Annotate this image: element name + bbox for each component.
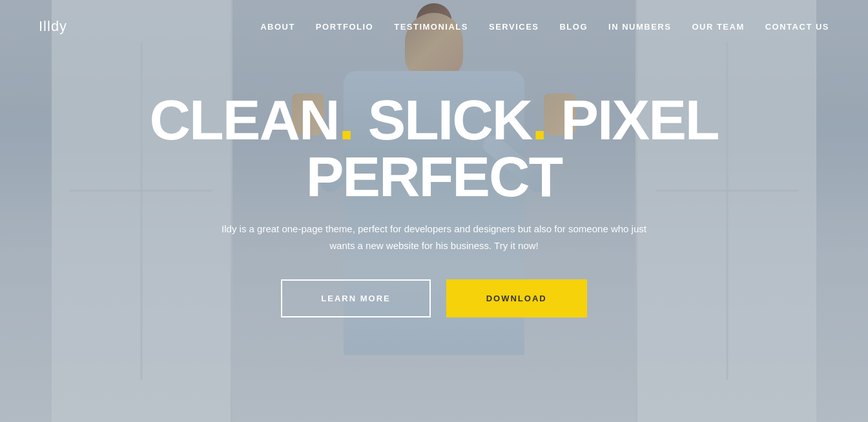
nav-link-services[interactable]: SERVICES <box>489 22 539 32</box>
site-logo[interactable]: Illdy <box>39 18 67 35</box>
nav-link-numbers[interactable]: IN NUMBERS <box>608 22 671 32</box>
learn-more-button[interactable]: LEARN MORE <box>281 279 430 317</box>
main-nav: Illdy ABOUT PORTFOLIO TESTIMONIALS SERVI… <box>0 0 868 53</box>
nav-links: ABOUT PORTFOLIO TESTIMONIALS SERVICES BL… <box>260 21 829 32</box>
nav-link-blog[interactable]: BLOG <box>559 22 588 32</box>
nav-item-contact[interactable]: CONTACT US <box>765 21 829 32</box>
nav-item-blog[interactable]: BLOG <box>559 21 588 32</box>
hero-section: Illdy ABOUT PORTFOLIO TESTIMONIALS SERVI… <box>0 0 868 422</box>
hero-buttons: LEARN MORE DOWNLOAD <box>281 279 586 317</box>
nav-item-portfolio[interactable]: PORTFOLIO <box>316 21 373 32</box>
download-button[interactable]: DOWNLOAD <box>446 279 587 317</box>
hero-headline: CLEAN. SLICK. PIXEL PERFECT <box>26 92 842 205</box>
nav-item-about[interactable]: ABOUT <box>260 21 295 32</box>
nav-link-portfolio[interactable]: PORTFOLIO <box>316 22 373 32</box>
headline-dot-2: . <box>532 88 546 152</box>
nav-link-about[interactable]: ABOUT <box>260 22 295 32</box>
hero-subtitle: Ildy is a great one-page theme, perfect … <box>208 221 660 254</box>
headline-slick: SLICK <box>367 88 532 152</box>
headline-dot-1: . <box>339 88 353 152</box>
nav-link-team[interactable]: OUR TEAM <box>692 22 744 32</box>
nav-link-testimonials[interactable]: TESTIMONIALS <box>394 22 468 32</box>
nav-item-numbers[interactable]: IN NUMBERS <box>608 21 671 32</box>
headline-clean: CLEAN <box>149 88 338 152</box>
hero-content: CLEAN. SLICK. PIXEL PERFECT Ildy is a gr… <box>0 92 868 317</box>
nav-item-testimonials[interactable]: TESTIMONIALS <box>394 21 468 32</box>
nav-link-contact[interactable]: CONTACT US <box>765 22 829 32</box>
nav-item-services[interactable]: SERVICES <box>489 21 539 32</box>
nav-item-team[interactable]: OUR TEAM <box>692 21 744 32</box>
